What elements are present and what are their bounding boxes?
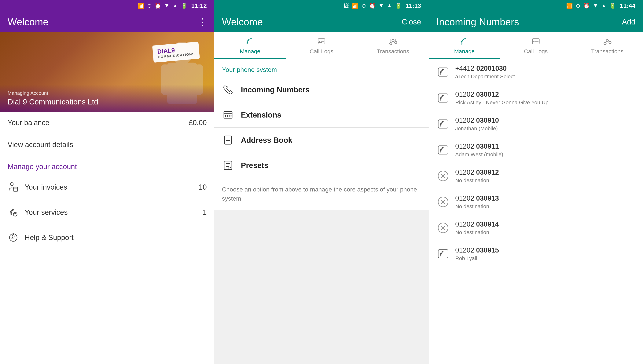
calllogs-tab-icon-3	[531, 37, 540, 46]
wifi-icon-3: ▼	[593, 3, 598, 9]
tab-calllogs-label-2: Call Logs	[310, 48, 333, 54]
tabs-bar-2: Manage Call Logs	[214, 32, 429, 59]
number-list-item[interactable]: 01202 030915 Rob Lyall	[429, 241, 643, 267]
tab-transactions-2[interactable]: Transactions	[357, 32, 429, 59]
nav-incoming-numbers[interactable]: Incoming Numbers	[214, 77, 429, 102]
svg-point-33	[231, 116, 232, 117]
tab-transactions-3[interactable]: Transactions	[571, 32, 643, 59]
alarm-icon: ⏰	[155, 3, 161, 9]
time-display-3: 11:44	[620, 2, 635, 9]
transactions-tab-icon	[388, 37, 398, 46]
number-display-7: 01202 030915	[455, 246, 499, 254]
tab-calllogs-label-3: Call Logs	[524, 48, 548, 54]
managing-account-label: Managing Account	[8, 90, 207, 96]
image-icon: 🖼	[343, 3, 349, 9]
svg-rect-55	[438, 120, 448, 128]
number-list-item[interactable]: 01202 030913 No destination	[429, 189, 643, 215]
number-bold-3: 030911	[476, 142, 499, 150]
app-header-3: Incoming Numbers Add	[429, 12, 643, 32]
bluetooth-icon-3: 📶	[566, 3, 573, 9]
svg-rect-54	[438, 94, 448, 102]
help-support-menu-item[interactable]: Help & Support	[0, 225, 214, 250]
number-icon-0	[436, 65, 450, 79]
svg-rect-56	[438, 146, 448, 154]
number-list-item[interactable]: 01202 030914 No destination	[429, 215, 643, 241]
phone-system-label: Your phone system	[214, 59, 429, 77]
company-name: Dial 9 Communications Ltd	[8, 98, 207, 106]
tab-calllogs-3[interactable]: Call Logs	[500, 32, 572, 59]
help-support-icon	[8, 232, 19, 243]
svg-point-31	[229, 116, 230, 117]
invoices-menu-item[interactable]: Your invoices 10	[0, 174, 214, 200]
tab-transactions-label-2: Transactions	[377, 48, 409, 54]
status-bar-1: 📶 ⊖ ⏰ ▼ ▲ 🔋 11:12	[0, 0, 214, 12]
calllogs-tab-icon	[317, 37, 326, 46]
number-icon-4	[436, 169, 450, 183]
number-bold-4: 030912	[476, 168, 499, 176]
number-icon-7	[436, 247, 450, 261]
alarm-icon-2: ⏰	[369, 3, 376, 9]
svg-point-26	[225, 115, 226, 116]
app-header-1: Welcome ⋮	[0, 12, 214, 32]
app-header-2: Welcome Close	[214, 12, 429, 32]
number-bold-6: 030914	[476, 220, 499, 228]
number-display-5: 01202 030913	[455, 194, 499, 202]
number-list: +4412 02001030 aTech Department Select 0…	[429, 59, 643, 364]
number-bold-7: 030915	[476, 246, 499, 254]
status-icons-1: 📶 ⊖ ⏰ ▼ ▲ 🔋	[138, 3, 187, 9]
tab-calllogs-2[interactable]: Call Logs	[286, 32, 357, 59]
svg-point-4	[10, 182, 13, 186]
nav-extensions[interactable]: Extensions	[214, 102, 429, 128]
invoices-badge: 10	[199, 183, 207, 191]
nav-address-book-label: Address Book	[241, 136, 292, 144]
manage-account-section-header: Manage your account	[0, 156, 214, 174]
number-list-item[interactable]: 01202 030012 Rick Astley - Never Gonna G…	[429, 85, 643, 111]
network-icon-2: ▲	[387, 3, 392, 9]
transactions-tab-icon-3	[603, 37, 612, 46]
services-icon	[8, 207, 19, 218]
app-title-1: Welcome	[8, 16, 49, 28]
tab-manage-3[interactable]: Manage	[429, 32, 500, 59]
svg-point-14	[319, 41, 320, 42]
svg-point-32	[231, 115, 232, 116]
status-icons-2: 🖼 📶 ⊖ ⏰ ▼ ▲ 🔋	[343, 3, 402, 9]
overflow-menu-icon[interactable]: ⋮	[198, 16, 207, 27]
number-name-4: No destination	[455, 178, 499, 184]
svg-point-52	[609, 41, 611, 44]
balance-label: Your balance	[8, 119, 49, 127]
close-button[interactable]: Close	[402, 18, 421, 26]
nav-presets-label: Presets	[241, 161, 268, 170]
balance-amount: £0.00	[189, 119, 207, 127]
tab-manage-2[interactable]: Manage	[214, 32, 286, 59]
add-button[interactable]: Add	[622, 18, 635, 26]
svg-point-19	[392, 40, 394, 42]
nav-address-book[interactable]: Address Book	[214, 128, 429, 153]
battery-icon-3: 🔋	[609, 3, 616, 9]
number-display-6: 01202 030914	[455, 220, 499, 228]
invoices-icon	[8, 182, 19, 193]
number-list-item[interactable]: 01202 030911 Adam West (mobile)	[429, 137, 643, 163]
status-bar-2: 🖼 📶 ⊖ ⏰ ▼ ▲ 🔋 11:13	[214, 0, 429, 12]
number-icon-6	[436, 221, 450, 235]
hint-text: Choose an option from above to manage th…	[214, 178, 429, 210]
number-name-5: No destination	[455, 204, 499, 210]
balance-row: Your balance £0.00	[0, 112, 214, 134]
svg-rect-53	[438, 68, 448, 76]
nav-incoming-numbers-label: Incoming Numbers	[241, 86, 310, 94]
view-account-details[interactable]: View account details	[0, 134, 214, 156]
number-icon-2	[436, 117, 450, 131]
address-book-nav-icon	[222, 134, 234, 146]
services-menu-item[interactable]: Your services 1	[0, 200, 214, 225]
number-list-item[interactable]: +4412 02001030 aTech Department Select	[429, 59, 643, 85]
svg-rect-41	[224, 161, 232, 170]
number-list-item[interactable]: 01202 030912 No destination	[429, 163, 643, 189]
svg-point-29	[227, 116, 228, 117]
manage-tab-icon	[245, 37, 255, 46]
number-list-item[interactable]: 01202 030910 Jonathan (Mobile)	[429, 111, 643, 137]
nav-presets[interactable]: Presets	[214, 153, 429, 178]
number-bold-0: 02001030	[476, 64, 507, 72]
wifi-icon-2: ▼	[379, 3, 384, 9]
svg-point-20	[394, 41, 397, 44]
number-name-0: aTech Department Select	[455, 74, 515, 80]
battery-icon-2: 🔋	[395, 3, 402, 9]
